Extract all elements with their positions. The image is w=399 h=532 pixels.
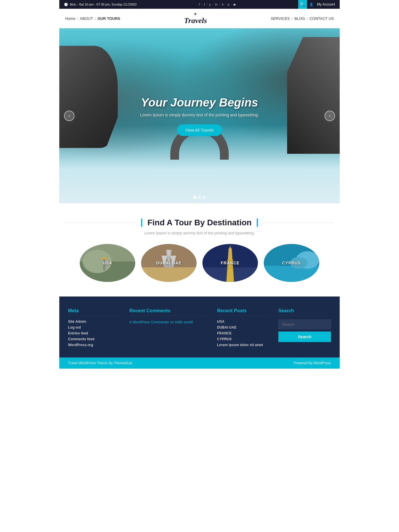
footer-wordpress-org[interactable]: WordPress.org [68,343,121,347]
footer-search-col: Search Search [278,308,331,349]
hero-subtitle: Lorem Ipsum is simply dummy text of the … [140,113,259,117]
vimeo-icon[interactable]: ▶ [234,3,236,6]
footer-search-input[interactable] [278,320,331,329]
footer-comments-col: Recent Comments A WordPress Commenter on… [129,308,208,349]
footer-post-dubai[interactable]: DUBAI UAE [217,325,270,329]
dest-usa-label: USA [80,244,135,282]
destination-france[interactable]: FRANCE [202,244,258,282]
destinations-title: Find A Tour By Destination [65,218,334,227]
destination-usa[interactable]: USA [80,244,135,282]
nav-right: SERVICES / BLOG / CONTACT US [271,16,334,21]
destination-cyprus[interactable]: CYPRUS [264,244,319,282]
dest-dubai-label: DUBAI UAE [141,244,197,282]
destinations-section: Find A Tour By Destination Lorem Ipsum i… [59,203,340,296]
hero-dots [193,196,206,199]
footer-powered-by: Powered By WordPress [294,361,331,365]
footer-comments-title: Recent Comments [129,308,208,316]
hero-dot-2[interactable] [198,196,201,199]
footer-grid: Meta Site Admin Log out Entries feed Com… [68,308,331,349]
twitter-icon[interactable]: t [204,3,205,6]
footer-post-france[interactable]: FRANCE [217,331,270,335]
hero-prev-button[interactable]: ‹ [64,111,74,121]
instagram-icon[interactable]: in [215,3,218,6]
footer-search-title: Search [278,308,331,316]
footer-meta-title: Meta [68,308,121,316]
footer-post-usa[interactable]: USA [217,320,270,324]
footer: Meta Site Admin Log out Entries feed Com… [59,296,340,369]
top-bar-right: 🔍 My Account [298,0,335,9]
hero-next-button[interactable]: › [325,111,335,121]
social-icons: f / t / y / in / li / p / ▶ [199,3,236,6]
footer-posts-title: Recent Posts [217,308,270,316]
logo-text: Travels [184,16,207,25]
footer-posts-col: Recent Posts USA DUBAI UAE FRANCE CYPRUS… [217,308,270,349]
rock-right-decor [287,37,340,154]
footer-search-button[interactable]: Search [278,332,331,342]
facebook-icon[interactable]: f [199,3,200,6]
footer-bottom: Travel WordPress Theme By ThemesEye Powe… [59,357,340,369]
comment-post: Hello world! [175,320,193,324]
destinations-subtitle: Lorem Ipsum is simply dummy text of the … [65,231,334,235]
nav-left: Home / ABOUT / OUR TOURS [65,16,120,21]
destinations-grid: USA DUBAI UAE [65,244,334,282]
footer-site-admin[interactable]: Site Admin [68,320,121,324]
pinterest-icon[interactable]: p [228,3,229,6]
hero-title: Your Journey Begins [140,96,259,109]
hero-content: Your Journey Begins Lorem Ipsum is simpl… [140,96,259,136]
dest-cyprus-label: CYPRUS [264,244,319,282]
top-bar: Mon - Sat 10.am - 07:30 pm, Sunday CLOSE… [59,0,340,9]
footer-comment-item: A WordPress Commenter on Hello world! [129,320,208,325]
nav-services[interactable]: SERVICES [271,16,290,21]
search-toggle-button[interactable]: 🔍 [298,0,307,9]
youtube-icon[interactable]: y [209,3,211,6]
nav-home[interactable]: Home [65,16,75,21]
main-nav: Home / ABOUT / OUR TOURS ✈ Travels SERVI… [59,9,340,28]
nav-blog[interactable]: BLOG [294,16,305,21]
comment-author: A WordPress Commenter [129,320,169,324]
footer-meta-col: Meta Site Admin Log out Entries feed Com… [68,308,121,349]
footer-entries-feed[interactable]: Entries feed [68,331,121,335]
footer-comments-feed[interactable]: Comments feed [68,337,121,341]
user-icon [309,3,315,6]
site-logo: ✈ Travels [184,12,207,25]
footer-post-lorem[interactable]: Lorem ipsum dolor sit amet [217,343,270,347]
hero-dot-3[interactable] [203,196,206,199]
hero-section: Your Journey Begins Lorem Ipsum is simpl… [59,28,340,203]
clock-icon [64,3,68,6]
my-account-link[interactable]: My Account [317,2,335,6]
nav-contact-us[interactable]: CONTACT US [310,16,334,21]
destination-dubai[interactable]: DUBAI UAE [141,244,197,282]
hours-text: Mon - Sat 10.am - 07:30 pm, Sunday CLOSE… [70,3,137,6]
hero-dot-1[interactable] [193,196,196,199]
nav-about[interactable]: ABOUT [80,16,93,21]
dest-france-label: FRANCE [202,244,258,282]
linkedin-icon[interactable]: li [222,3,223,6]
footer-log-out[interactable]: Log out [68,325,121,329]
footer-theme-credit: Travel WordPress Theme By ThemesEye [68,361,132,365]
top-bar-hours: Mon - Sat 10.am - 07:30 pm, Sunday CLOSE… [64,3,137,6]
nav-our-tours[interactable]: OUR TOURS [98,16,120,21]
hero-cta-button[interactable]: View All Travels [177,124,222,136]
rock-left-decor [59,46,118,148]
footer-post-cyprus[interactable]: CYPRUS [217,337,270,341]
